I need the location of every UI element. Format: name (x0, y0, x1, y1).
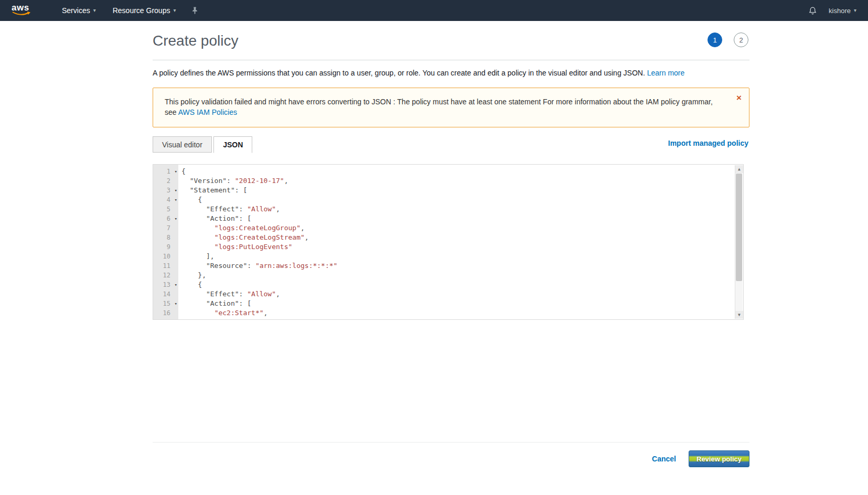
step-indicator-2[interactable]: 2 (734, 33, 748, 47)
notifications-bell-icon[interactable] (801, 0, 824, 21)
alert-message: This policy validation failed and might … (165, 98, 713, 116)
alert-iam-policies-link[interactable]: AWS IAM Policies (178, 108, 237, 116)
learn-more-link[interactable]: Learn more (647, 69, 685, 77)
fold-toggle-icon[interactable]: ▾ (175, 167, 177, 176)
scroll-down-arrow-icon[interactable]: ▼ (735, 311, 743, 319)
gutter-line-number: 10 (153, 252, 178, 261)
description-text: A policy defines the AWS permissions tha… (153, 69, 645, 77)
username-label: kishore (829, 7, 851, 15)
gutter-line-number: 13▾ (153, 280, 178, 289)
aws-logo[interactable]: aws (12, 4, 33, 17)
tab-json[interactable]: JSON (213, 136, 252, 153)
navbar-right-group: kishore ▾ (801, 0, 868, 21)
nav-resource-groups-label: Resource Groups (113, 6, 170, 15)
gutter-line-number: 9 (153, 242, 178, 252)
code-line: }, (181, 271, 735, 280)
fold-toggle-icon[interactable]: ▾ (175, 195, 177, 205)
gutter-line-number: 5 (153, 205, 178, 214)
top-navbar: aws Services ▾ Resource Groups ▾ kishore… (0, 0, 868, 21)
review-policy-button[interactable]: Review policy (689, 450, 749, 467)
code-line: "Action": [ (181, 299, 735, 308)
cancel-button[interactable]: Cancel (652, 450, 676, 467)
nav-services-label: Services (62, 6, 90, 15)
code-line: "Version": "2012-10-17", (181, 176, 735, 186)
gutter-line-number: 6▾ (153, 214, 178, 223)
fold-toggle-icon[interactable]: ▾ (175, 214, 177, 223)
tab-visual-editor[interactable]: Visual editor (153, 136, 212, 153)
fold-toggle-icon[interactable]: ▾ (175, 280, 177, 289)
chevron-down-icon: ▾ (173, 8, 176, 13)
import-managed-policy-link[interactable]: Import managed policy (668, 139, 748, 147)
validation-alert: This policy validation failed and might … (153, 88, 749, 127)
fold-toggle-icon[interactable]: ▾ (175, 299, 177, 308)
gutter-line-number: 16 (153, 308, 178, 318)
gutter-line-number: 1▾ (153, 167, 178, 176)
code-line: { (181, 167, 735, 176)
editor-gutter: 1▾23▾4▾56▾78910111213▾1415▾16 (153, 165, 178, 319)
scrollbar-thumb[interactable] (736, 174, 742, 281)
wizard-footer: Cancel Review policy (153, 442, 749, 495)
code-line: "Effect": "Allow", (181, 289, 735, 299)
code-line: "Effect": "Allow", (181, 205, 735, 214)
gutter-line-number: 11 (153, 261, 178, 271)
gutter-line-number: 3▾ (153, 186, 178, 195)
aws-smile-icon (12, 11, 31, 17)
user-account-menu[interactable]: kishore ▾ (824, 0, 868, 21)
code-line: "Action": [ (181, 214, 735, 223)
scroll-up-arrow-icon[interactable]: ▲ (735, 165, 743, 173)
code-line: "logs:PutLogEvents" (181, 242, 735, 252)
gutter-line-number: 12 (153, 271, 178, 280)
code-line: "Resource": "arn:aws:logs:*:*:*" (181, 261, 735, 271)
code-line: "ec2:Start*", (181, 308, 735, 318)
code-line: { (181, 280, 735, 289)
fold-toggle-icon[interactable]: ▾ (175, 186, 177, 195)
close-icon[interactable]: × (735, 92, 743, 103)
step-indicator-1[interactable]: 1 (708, 33, 722, 47)
gutter-line-number: 15▾ (153, 299, 178, 308)
wizard-steps: 1 2 (708, 33, 748, 47)
code-line: "logs:CreateLogGroup", (181, 223, 735, 233)
title-row: Create policy 1 2 (153, 28, 749, 53)
chevron-down-icon: ▾ (854, 8, 856, 13)
code-line: "logs:CreateLogStream", (181, 233, 735, 242)
json-policy-editor: 1▾23▾4▾56▾78910111213▾1415▾16 { "Version… (153, 164, 744, 320)
editor-tabs: Visual editor JSON Import managed policy (153, 136, 749, 152)
gutter-line-number: 8 (153, 233, 178, 242)
page-title: Create policy (153, 28, 749, 53)
nav-services-menu[interactable]: Services ▾ (53, 0, 104, 21)
code-line: "Statement": [ (181, 186, 735, 195)
editor-code[interactable]: { "Version": "2012-10-17", "Statement": … (178, 165, 735, 319)
nav-resource-groups-menu[interactable]: Resource Groups ▾ (104, 0, 185, 21)
title-divider (153, 60, 749, 60)
code-line: { (181, 195, 735, 205)
gutter-line-number: 4▾ (153, 195, 178, 205)
gutter-line-number: 2 (153, 176, 178, 186)
page-description: A policy defines the AWS permissions tha… (153, 68, 749, 78)
chevron-down-icon: ▾ (93, 8, 96, 13)
code-line: ], (181, 252, 735, 261)
main-content: Create policy 1 2 A policy defines the A… (153, 21, 749, 320)
pin-shortcut-icon[interactable] (184, 0, 206, 21)
gutter-line-number: 7 (153, 223, 178, 233)
gutter-line-number: 14 (153, 289, 178, 299)
editor-scrollbar: ▲ ▼ (735, 165, 743, 319)
